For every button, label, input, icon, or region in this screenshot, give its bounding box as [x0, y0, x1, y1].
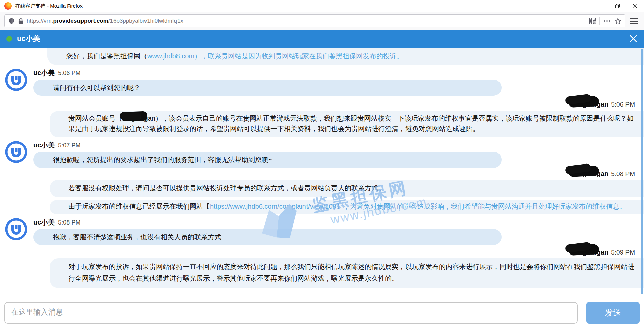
address-bar[interactable]: https://vm.providesupport.com/16o3ppbyal…	[4, 14, 625, 27]
visitor-message-bubble: 若客服没有权限处理，请问是否可以提供贵网站投诉处理专员的联系方式，或者贵网站负责…	[50, 180, 644, 197]
complaint-link[interactable]: https://www.jhdb6.com/complaint/view/108	[210, 203, 336, 210]
message-time: 5:08 PM	[58, 219, 80, 226]
online-status-dot	[6, 36, 12, 42]
message-text: 您好，我们是鉴黑担保网（	[66, 52, 147, 60]
message-text-blue: 】，为避免对贵网站的声誉造成影响，我们希望能与贵网站沟通并且处理好玩家发布的维权…	[336, 203, 626, 210]
menu-icon[interactable]	[630, 18, 638, 24]
message-text: 贵网站会员账号（	[68, 115, 122, 122]
window-controls	[591, 0, 644, 12]
visitor-message-bubble: 您好，我们是鉴黑担保网（www.jhdb8.com），联系贵网站是因为收到贵网站…	[47, 48, 644, 65]
minimize-button[interactable]	[591, 0, 609, 12]
close-chat-icon[interactable]	[629, 34, 638, 43]
uc-logo-icon	[5, 141, 28, 163]
message-text: 由于玩家发布的维权信息已经展示在我们网站【	[68, 203, 210, 210]
agent-avatar	[5, 141, 28, 163]
redacted-visitor-name: dinghaigan	[573, 100, 609, 109]
redacted-visitor-name: dinghaigan	[573, 248, 609, 257]
url-path: /16o3ppbyalbiv1hi0lwldmfq1x	[108, 18, 183, 24]
close-icon	[633, 4, 637, 8]
message-time: 5:08 PM	[611, 170, 635, 177]
agent-message-bubble: 很抱歉喔，您所提出的要求超出了我们的服务范围，客服无法帮助到您噢~	[33, 152, 502, 168]
title-bar: 在线客户支持 - Mozilla Firefox	[0, 0, 644, 12]
send-button[interactable]: 发送	[586, 302, 640, 324]
page-actions-icon[interactable]	[603, 20, 611, 22]
firefox-icon	[4, 2, 12, 10]
redacted-account-name: dinghaigan	[122, 113, 155, 124]
visitor-message-meta: dinghaigan5:08 PM	[0, 169, 644, 178]
restore-button[interactable]	[609, 0, 626, 12]
agent-message-group: uc小美5:07 PM 很抱歉喔，您所提出的要求超出了我们的服务范围，客服无法帮…	[0, 141, 644, 168]
agent-avatar	[5, 218, 28, 241]
message-link[interactable]: www.jhdb8.com	[147, 52, 194, 60]
minimize-icon	[598, 6, 602, 6]
agent-message-bubble: 请问有什么可以帮到您的呢？	[33, 80, 502, 96]
lock-icon[interactable]	[18, 18, 23, 24]
chat-scrollbar[interactable]	[641, 49, 643, 294]
urlbar-separator	[599, 17, 600, 25]
agent-avatar	[5, 68, 28, 91]
url-scheme: https://vm.	[27, 18, 53, 24]
chat-header: uc小美	[0, 30, 644, 48]
message-input[interactable]	[4, 302, 578, 324]
redacted-visitor-name: dinghaigan	[573, 169, 609, 178]
browser-window: 在线客户支持 - Mozilla Firefox	[0, 0, 644, 329]
agent-message-group: uc小美5:06 PM 请问有什么可以帮到您的呢？	[0, 68, 644, 96]
browser-toolbar: https://vm.providesupport.com/16o3ppbyal…	[0, 12, 644, 30]
bookmark-star-icon[interactable]	[614, 18, 621, 25]
agent-message-group: uc小美5:08 PM 抱歉，客服不清楚这项业务，也没有相关人员的联系方式	[0, 218, 644, 245]
tracking-protection-shield-icon[interactable]	[8, 18, 15, 24]
agent-message-bubble: 抱歉，客服不清楚这项业务，也没有相关人员的联系方式	[33, 229, 502, 245]
url-text[interactable]: https://vm.providesupport.com/16o3ppbyal…	[27, 18, 586, 24]
message-time: 5:06 PM	[58, 70, 80, 77]
visitor-message-meta: dinghaigan5:09 PM	[0, 248, 644, 257]
qr-code-icon[interactable]	[589, 18, 596, 24]
visitor-message-bubble: 贵网站会员账号（dinghaigan），该会员表示自己的账号在贵网站正常游戏无法…	[50, 111, 644, 137]
message-text-blue: ），联系贵网站是因为收到贵网站玩家在我们鉴黑担保网发布的投诉。	[194, 52, 403, 60]
message-time: 5:06 PM	[611, 101, 635, 108]
visitor-message-bubble: 对于玩家发布的投诉，如果贵网站保持一直不回应的态度来对待此问题，那么我们只能相信…	[50, 258, 644, 288]
chat-agent-name: uc小美	[17, 34, 40, 44]
composer: 发送	[0, 297, 644, 329]
uc-logo-icon	[5, 68, 28, 91]
agent-name: uc小美	[33, 69, 55, 77]
uc-logo-icon	[5, 218, 28, 241]
message-time: 5:07 PM	[58, 142, 80, 149]
agent-message-meta: uc小美5:06 PM	[33, 68, 644, 78]
agent-message-meta: uc小美5:08 PM	[33, 218, 644, 227]
close-button[interactable]	[626, 0, 644, 12]
url-domain: providesupport.com	[53, 18, 108, 24]
agent-message-meta: uc小美5:07 PM	[33, 141, 644, 150]
restore-icon	[615, 4, 620, 8]
agent-name: uc小美	[33, 218, 55, 226]
agent-name: uc小美	[33, 141, 55, 149]
visitor-message-meta: dinghaigan5:06 PM	[0, 100, 644, 109]
message-time: 5:09 PM	[611, 249, 635, 256]
chat-area: 鉴黑担保网 www.jhdb8.com 您好，我们是鉴黑担保网（www.jhdb…	[0, 48, 644, 297]
visitor-message-bubble: 由于玩家发布的维权信息已经展示在我们网站【https://www.jhdb6.c…	[50, 200, 644, 214]
window-title: 在线客户支持 - Mozilla Firefox	[15, 3, 83, 9]
